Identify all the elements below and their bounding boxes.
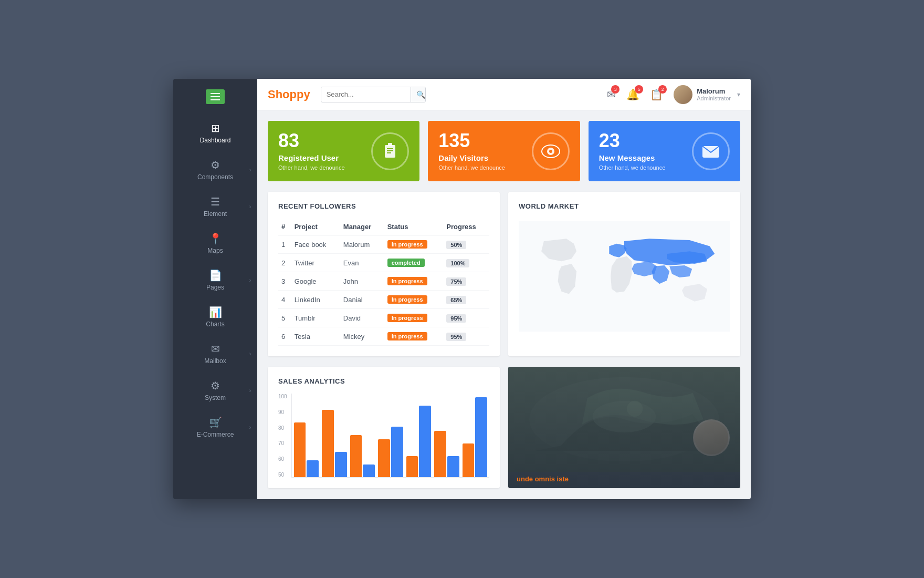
sales-analytics-title: SALES ANALYTICS: [278, 377, 489, 385]
bar-blue: [307, 460, 319, 477]
followers-table: # Project Manager Status Progress 1 Face…: [278, 219, 489, 346]
bar-orange: [463, 443, 475, 477]
chart-inner: 100 90 80 70 60 50: [278, 394, 489, 478]
cell-manager: David: [340, 309, 384, 327]
content: 83 Registered User Other hand, we denoun…: [257, 110, 751, 499]
cell-project: Tesla: [291, 327, 340, 346]
chevron-icon: ›: [249, 277, 251, 283]
cell-status: completed: [384, 254, 444, 272]
chevron-icon: ›: [249, 351, 251, 357]
search-button[interactable]: 🔍: [411, 87, 426, 102]
table-row: 1 Face book Malorum In progress 50%: [278, 235, 489, 254]
world-map: [519, 219, 730, 334]
y-label: 60: [278, 456, 287, 462]
bar-blue: [391, 427, 403, 477]
tasks-icon-wrap[interactable]: 📋 2: [650, 88, 663, 101]
bars-area: [291, 394, 489, 478]
world-market-card: WORLD MARKET: [508, 192, 740, 356]
cell-status: In progress: [384, 291, 444, 309]
sidebar-item-label: Mailbox: [204, 357, 226, 365]
bar-blue: [335, 452, 347, 477]
analytics-row: SALES ANALYTICS 100 90 80 70 60 50: [268, 367, 740, 488]
cell-progress: 100%: [443, 254, 489, 272]
sidebar-item-maps[interactable]: 📍 Maps: [173, 225, 257, 262]
chevron-icon: ›: [249, 425, 251, 430]
cell-project: Google: [291, 272, 340, 291]
system-icon: ⚙: [211, 379, 220, 392]
menu-toggle[interactable]: [206, 89, 225, 104]
alerts-icon-wrap[interactable]: 🔔 5: [626, 88, 639, 101]
chevron-icon: ›: [249, 167, 251, 173]
bar-group: [350, 435, 375, 477]
y-label: 90: [278, 409, 287, 415]
bar-orange: [434, 431, 446, 477]
sidebar-item-label: Pages: [206, 284, 224, 291]
image-link-text[interactable]: unde omnis iste: [517, 475, 569, 483]
alerts-badge: 5: [635, 85, 643, 94]
sidebar-item-charts[interactable]: 📊 Charts: [173, 298, 257, 335]
stat-number-messages: 23: [599, 131, 666, 150]
svg-rect-1: [387, 148, 393, 149]
search-input[interactable]: [321, 87, 411, 101]
stat-left-users: 83 Registered User Other hand, we denoun…: [278, 131, 345, 171]
mailbox-icon: ✉: [211, 343, 220, 355]
stat-card-users: 83 Registered User Other hand, we denoun…: [268, 121, 419, 181]
sidebar-item-dashboard[interactable]: ⊞ Dashboard: [173, 115, 257, 151]
bottom-row: RECENT FOLLOWERS # Project Manager Statu…: [268, 192, 740, 356]
svg-point-7: [549, 150, 552, 153]
sidebar-item-pages[interactable]: 📄 Pages ›: [173, 262, 257, 298]
sidebar-item-mailbox[interactable]: ✉ Mailbox ›: [173, 335, 257, 372]
stat-left-messages: 23 New Messages Other hand, we denounce: [599, 131, 666, 171]
bar-group: [463, 397, 487, 477]
topbar-right: ✉ 3 🔔 5 📋 2 Malorum Admi: [607, 85, 740, 104]
user-info[interactable]: Malorum Administrator ▾: [674, 85, 740, 104]
main-area: Shoppy 🔍 ✉ 3 🔔 5 📋 2: [257, 79, 751, 499]
cell-manager: Danial: [340, 291, 384, 309]
y-label: 70: [278, 440, 287, 446]
bar-orange: [294, 422, 306, 477]
sidebar-item-system[interactable]: ⚙ System ›: [173, 372, 257, 409]
svg-rect-2: [387, 150, 393, 151]
table-row: 2 Twitter Evan completed 100%: [278, 254, 489, 272]
sidebar-item-element[interactable]: ☰ Element ›: [173, 188, 257, 225]
table-row: 5 Tumblr David In progress 95%: [278, 309, 489, 327]
bar-group: [406, 406, 431, 477]
table-row: 4 LinkedIn Danial In progress 65%: [278, 291, 489, 309]
col-project: Project: [291, 219, 340, 235]
stat-label-messages: New Messages: [599, 153, 666, 162]
cell-num: 3: [278, 272, 291, 291]
cell-project: LinkedIn: [291, 291, 340, 309]
stat-label-visitors: Daily Visitors: [438, 153, 505, 162]
y-label: 100: [278, 394, 287, 399]
cell-manager: Evan: [340, 254, 384, 272]
cell-status: In progress: [384, 272, 444, 291]
y-label: 50: [278, 472, 287, 478]
cell-project: Face book: [291, 235, 340, 254]
bar-blue: [447, 456, 459, 477]
stat-icon-visitors: [532, 132, 570, 170]
sidebar-item-ecommerce[interactable]: 🛒 E-Commerce ›: [173, 409, 257, 446]
chevron-icon: ›: [249, 204, 251, 210]
table-row: 6 Tesla Mickey In progress 95%: [278, 327, 489, 346]
image-overlay: [508, 367, 740, 488]
bar-orange: [378, 439, 390, 477]
cell-progress: 95%: [443, 327, 489, 346]
sidebar-item-components[interactable]: ⚙ Components ›: [173, 151, 257, 188]
element-icon: ☰: [211, 195, 220, 208]
cell-progress: 65%: [443, 291, 489, 309]
user-dropdown-icon: ▾: [737, 91, 740, 98]
bar-group: [322, 410, 346, 477]
y-label: 80: [278, 425, 287, 431]
col-status: Status: [384, 219, 444, 235]
cell-num: 5: [278, 309, 291, 327]
messages-icon-wrap[interactable]: ✉ 3: [607, 88, 616, 101]
cell-progress: 50%: [443, 235, 489, 254]
image-card: unde omnis iste: [508, 367, 740, 488]
bar-orange: [322, 410, 334, 477]
tasks-badge: 2: [658, 85, 667, 94]
cell-num: 1: [278, 235, 291, 254]
col-manager: Manager: [340, 219, 384, 235]
cell-num: 2: [278, 254, 291, 272]
cell-progress: 95%: [443, 309, 489, 327]
sidebar-item-label: Element: [204, 210, 227, 218]
